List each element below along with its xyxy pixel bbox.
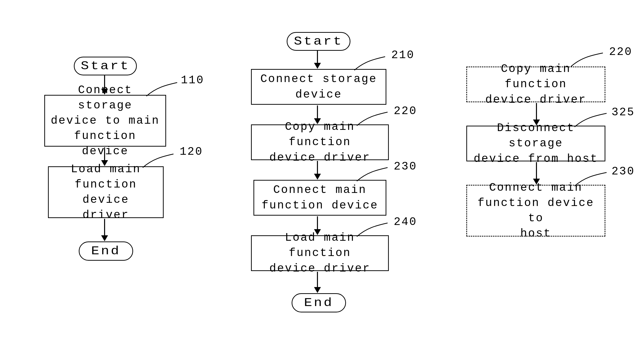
terminator-label: End [304,296,334,309]
step-text-line: device driver [270,151,370,164]
step-text-line: Load main [71,163,141,176]
step-ref: 110 [181,74,204,87]
arrowhead-icon [314,287,321,293]
leader-line [357,223,391,238]
step-ref: 230 [394,160,417,173]
step-220: Copy main function device driver [251,124,389,160]
step-210: Connect storage device [251,69,386,105]
arrow [317,272,318,288]
step-text-line: Connect main [273,184,366,196]
terminator-label: End [91,244,120,258]
flowchart-start: Start [74,57,137,75]
step-text-line: device driver [270,262,370,275]
step-ref: 230 [612,165,635,178]
arrow [317,216,318,230]
step-text-line: Connect storage [260,73,377,86]
step-ref: 325 [612,106,635,119]
leader-line [571,53,606,68]
step-240: Load main function device driver [251,235,389,271]
step-text-line: device to main [51,114,160,127]
step-text-line: Connect main [489,181,582,194]
arrow [317,50,318,64]
terminator-label: Start [81,59,130,73]
leader-line [574,113,610,128]
step-text-line: Copy main function [501,63,571,91]
step-text-line: Load main function [285,231,355,259]
step-ref: 220 [394,105,417,117]
step-120: Load main function device driver [48,166,164,218]
arrowhead-icon [101,235,108,241]
leader-line [574,173,610,187]
step-230: Connect main function device to host [466,185,605,237]
leader-line [354,57,389,71]
terminator-label: Start [294,35,343,48]
step-ref: 240 [394,216,417,228]
arrow [317,105,318,119]
flowchart-end: End [79,241,133,261]
step-110: Connect storage device to main function … [44,95,166,147]
leader-line [146,83,181,97]
step-text-line: driver [82,209,129,222]
step-text-line: Disconnect storage [497,122,574,150]
step-text-line: Connect storage [78,84,132,112]
step-text-line: host [520,227,551,240]
step-ref: 220 [609,46,632,58]
step-ref: 210 [391,49,415,62]
step-text-line: function device [75,178,137,206]
step-ref: 120 [180,145,203,158]
step-text-line: Copy main function [285,120,355,148]
arrow [317,161,318,175]
step-text-line: function device [262,199,378,212]
arrowhead-icon [314,174,321,180]
leader-line [143,154,177,169]
step-text-line: function device [74,130,136,158]
step-text-line: function device to [478,197,594,225]
leader-line [357,167,391,182]
arrowhead-icon [314,63,321,69]
arrow [536,162,537,179]
arrow [104,147,105,161]
flowchart-end: End [292,293,346,312]
step-220: Copy main function device driver [466,67,605,102]
arrow [104,219,105,236]
arrow [536,103,537,120]
step-325: Disconnect storage device from host [466,126,605,161]
step-text-line: device [295,88,342,101]
leader-line [357,112,391,127]
step-230: Connect main function device [254,180,386,216]
flowchart-start: Start [287,32,350,51]
